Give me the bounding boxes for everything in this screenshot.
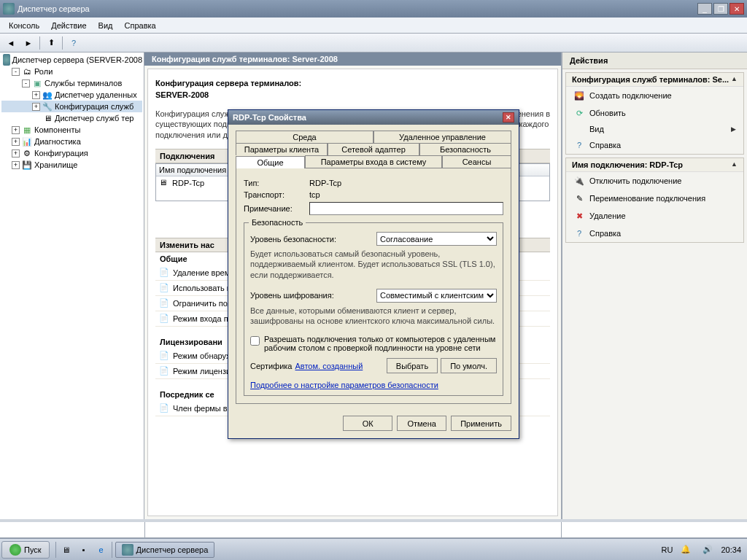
menu-action[interactable]: Действие — [45, 20, 92, 31]
tree-terminal-services[interactable]: - ▣ Службы терминалов — [1, 77, 142, 89]
cert-link[interactable]: Автом. созданный — [295, 362, 363, 370]
tree-diagnostics[interactable]: + 📊 Диагностика — [1, 136, 142, 147]
nav-forward-button[interactable]: ► — [20, 36, 36, 50]
disable-icon: 🔌 — [573, 175, 585, 187]
enc-select[interactable]: Совместимый с клиентским — [376, 289, 497, 303]
dialog-titlebar[interactable]: RDP-Tcp Свойства ✕ — [228, 110, 519, 125]
tree-components-label: Компоненты — [34, 125, 80, 134]
tree-components[interactable]: + ▦ Компоненты — [1, 124, 142, 136]
expand-icon[interactable]: + — [12, 161, 20, 169]
tab-remote[interactable]: Удаленное управление — [374, 131, 511, 143]
up-button[interactable]: ⬆ — [43, 36, 59, 50]
action-rename[interactable]: ✎Переименование подключения — [566, 190, 743, 207]
lang-indicator[interactable]: RU — [662, 545, 673, 554]
note-input[interactable] — [309, 202, 503, 215]
tree-storage[interactable]: + 💾 Хранилище — [1, 159, 142, 171]
action-help[interactable]: ?Справка — [566, 136, 743, 154]
security-group-title: Безопасность — [249, 218, 306, 227]
cert-label: Сертифика — [250, 362, 293, 370]
toolbar: ◄ ► ⬆ ? — [0, 34, 747, 52]
help-icon: ? — [573, 139, 585, 151]
expand-icon[interactable]: + — [12, 149, 20, 158]
actions-group1-header[interactable]: Конфигурация служб терминалов: Se...▲ — [566, 73, 743, 87]
expand-icon[interactable]: + — [12, 138, 20, 146]
transport-value: tcp — [309, 190, 503, 199]
doc-icon: 📄 — [158, 282, 170, 294]
default-cert-button[interactable]: По умолч. — [441, 358, 497, 373]
action-disable[interactable]: 🔌Отключить подключение — [566, 172, 743, 190]
expand-icon[interactable]: + — [12, 126, 20, 134]
collapse-icon[interactable]: - — [12, 68, 20, 76]
actions-pane: Действия Конфигурация служб терминалов: … — [562, 52, 747, 519]
security-group: Безопасность Уровень безопасности: Согла… — [244, 222, 503, 396]
actions-group-2: Имя подключения: RDP-Tcp▲ 🔌Отключить под… — [565, 158, 744, 243]
more-security-link[interactable]: Подробнее о настройке параметров безопас… — [250, 381, 438, 389]
select-cert-button[interactable]: Выбрать — [387, 358, 438, 373]
quicklaunch-ie-icon[interactable]: e — [94, 542, 109, 557]
tab-general[interactable]: Общие — [236, 156, 305, 168]
tray-volume-icon[interactable]: 🔊 — [700, 542, 715, 557]
action-create[interactable]: 🌄Создать подключение — [566, 87, 743, 104]
minimize-button[interactable]: _ — [697, 3, 712, 15]
chevron-up-icon: ▲ — [731, 160, 738, 169]
tab-adapter[interactable]: Сетевой адаптер — [328, 143, 419, 155]
doc-icon: 📄 — [158, 313, 170, 324]
action-view[interactable]: Вид▶ — [566, 122, 743, 136]
action-help2[interactable]: ?Справка — [566, 225, 743, 242]
cancel-button[interactable]: Отмена — [397, 416, 446, 431]
task-server-manager[interactable]: Диспетчер сервера — [115, 542, 215, 558]
tab-security[interactable]: Безопасность — [419, 143, 511, 155]
transport-label: Транспорт: — [244, 190, 309, 199]
sec-desc: Будет использоваться самый безопасный ур… — [250, 249, 497, 280]
actions-header: Действия — [562, 52, 747, 69]
menu-help[interactable]: Справка — [119, 20, 162, 31]
bottom-splitter[interactable] — [0, 519, 747, 538]
sunrise-icon: 🌄 — [573, 90, 585, 101]
dialog-title: RDP-Tcp Свойства — [233, 113, 306, 122]
navigation-tree[interactable]: Диспетчер сервера (SERVER-2008 - 🗂 Роли … — [0, 52, 144, 519]
expand-icon[interactable]: + — [32, 91, 40, 99]
roles-icon: 🗂 — [21, 66, 33, 77]
config-icon: ⚙ — [21, 147, 33, 159]
expand-icon[interactable]: + — [32, 103, 40, 111]
tab-environment[interactable]: Среда — [236, 131, 374, 143]
tab-client[interactable]: Параметры клиента — [236, 143, 328, 155]
apply-button[interactable]: Применить — [451, 416, 511, 431]
ok-button[interactable]: ОК — [343, 416, 392, 431]
tree-root[interactable]: Диспетчер сервера (SERVER-2008 — [1, 54, 142, 66]
tabs-row3: Общие Параметры входа в систему Сеансы — [236, 155, 511, 168]
diag-icon: 📊 — [21, 136, 33, 147]
quicklaunch-cmd-icon[interactable]: ▪ — [77, 542, 91, 557]
chevron-right-icon: ▶ — [731, 125, 736, 133]
nla-checkbox[interactable] — [250, 336, 260, 346]
dialog-close-button[interactable]: ✕ — [503, 112, 514, 122]
doc-icon: 📄 — [158, 267, 170, 279]
window-titlebar: Диспетчер сервера _ ❐ ✕ — [0, 0, 747, 18]
action-refresh[interactable]: ⟳Обновить — [566, 104, 743, 122]
start-button[interactable]: Пуск — [1, 541, 50, 559]
sec-level-select[interactable]: Согласование — [376, 232, 497, 246]
tree-remote-mgr[interactable]: + 👥 Диспетчер удаленных — [1, 89, 142, 101]
quicklaunch-server-icon[interactable]: 🖥 — [59, 542, 74, 557]
doc-icon: 📄 — [158, 402, 170, 414]
tray-icon[interactable]: 🔔 — [678, 542, 693, 557]
action-delete[interactable]: ✖Удаление — [566, 207, 743, 225]
nav-back-button[interactable]: ◄ — [3, 36, 19, 50]
tree-configuration[interactable]: + ⚙ Конфигурация — [1, 147, 142, 159]
enc-desc: Все данные, которыми обмениваются клиент… — [250, 306, 497, 327]
clock[interactable]: 20:34 — [721, 545, 741, 554]
tree-roles[interactable]: - 🗂 Роли — [1, 66, 142, 77]
actions-group2-header[interactable]: Имя подключения: RDP-Tcp▲ — [566, 158, 743, 172]
help-button[interactable]: ? — [66, 36, 82, 50]
maximize-button[interactable]: ❐ — [713, 3, 728, 15]
menu-view[interactable]: Вид — [93, 20, 119, 31]
collapse-icon[interactable]: - — [22, 79, 30, 88]
tab-sessions[interactable]: Сеансы — [442, 155, 511, 168]
close-button[interactable]: ✕ — [729, 3, 744, 15]
tree-ts-server[interactable]: 🖥 Диспетчер служб тер — [1, 112, 142, 124]
storage-icon: 💾 — [21, 159, 33, 171]
chevron-up-icon: ▲ — [731, 75, 738, 84]
tab-logon[interactable]: Параметры входа в систему — [305, 155, 442, 168]
tree-ts-config[interactable]: + 🔧 Конфигурация служб — [1, 101, 142, 112]
menu-console[interactable]: Консоль — [3, 20, 45, 31]
